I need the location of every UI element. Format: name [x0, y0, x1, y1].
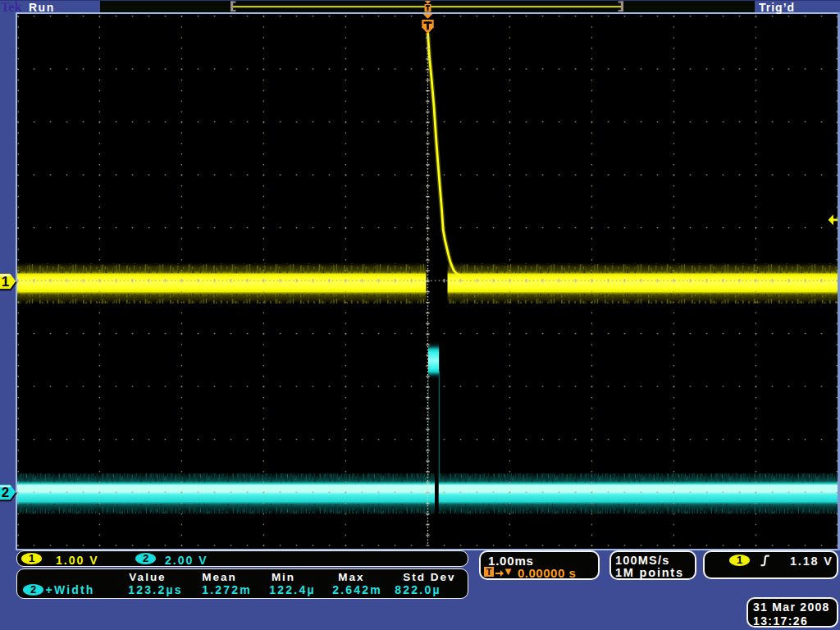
svg-text:2: 2 — [2, 485, 9, 500]
svg-text:1: 1 — [2, 274, 9, 290]
